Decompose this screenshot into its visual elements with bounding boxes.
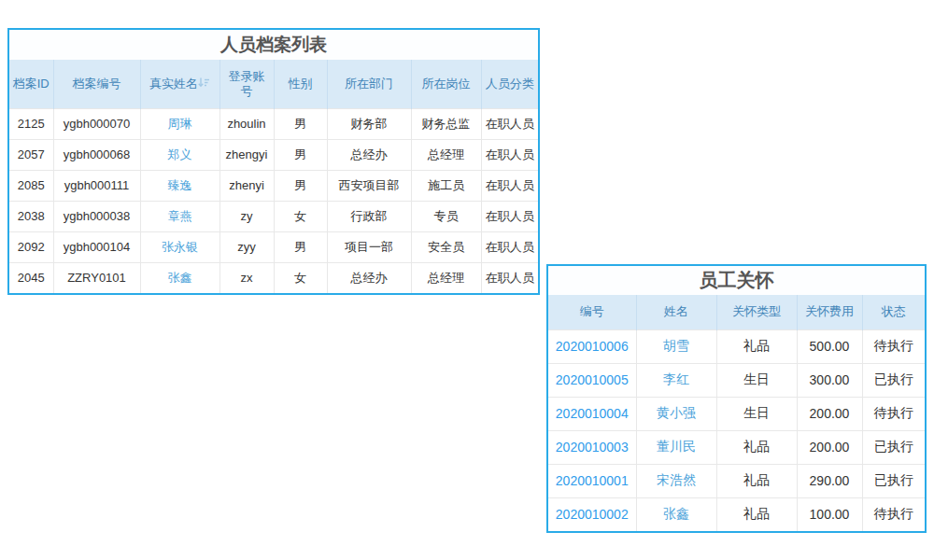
column-header-category: 人员分类 <box>481 60 538 108</box>
cell-care_fee: 200.00 <box>797 430 862 464</box>
cell-care_type: 礼品 <box>716 497 797 531</box>
cell-file_id: 2038 <box>9 201 53 231</box>
care-table-row: 2020010001宋浩然礼品290.00已执行 <box>548 464 925 497</box>
cell-file_no: ygbh000070 <box>53 108 140 139</box>
cell-file_no: ygbh000038 <box>53 201 140 231</box>
name-link[interactable]: 黄小强 <box>657 405 696 420</box>
cell-care_type: 生日 <box>716 397 797 430</box>
care_no-link[interactable]: 2020010006 <box>556 339 629 354</box>
cell-category: 在职人员 <box>481 231 538 262</box>
cell-status: 待执行 <box>862 329 925 363</box>
cell-care_fee: 100.00 <box>797 497 862 531</box>
cell-category: 在职人员 <box>481 170 538 201</box>
cell-care_fee: 500.00 <box>797 329 862 363</box>
real_name-link[interactable]: 臻逸 <box>168 178 192 192</box>
cell-department: 总经办 <box>327 262 411 293</box>
column-header-label: 关怀费用 <box>805 304 854 318</box>
cell-position: 安全员 <box>411 231 481 262</box>
real_name-link[interactable]: 郑义 <box>168 147 192 161</box>
cell-category: 在职人员 <box>481 139 538 170</box>
personnel-table-row: 2057ygbh000068郑义zhengyi男总经办总经理在职人员 <box>9 139 538 170</box>
cell-file_no: ygbh000068 <box>53 139 140 170</box>
column-header-file_no: 档案编号 <box>53 60 140 108</box>
cell-care_no: 2020010003 <box>548 430 636 464</box>
cell-login_account: zhengyi <box>219 139 274 170</box>
cell-login_account: zx <box>219 262 274 293</box>
cell-care_fee: 290.00 <box>797 464 862 497</box>
cell-real_name: 郑义 <box>140 139 219 170</box>
care-table-row: 2020010005李红生日300.00已执行 <box>548 363 925 397</box>
cell-care_fee: 300.00 <box>797 363 862 397</box>
cell-department: 财务部 <box>327 108 411 139</box>
cell-login_account: zyy <box>219 231 274 262</box>
real_name-link[interactable]: 章燕 <box>168 209 192 223</box>
cell-category: 在职人员 <box>481 262 538 293</box>
real_name-link[interactable]: 张鑫 <box>168 271 192 285</box>
cell-login_account: zhenyi <box>219 170 274 201</box>
cell-care_type: 礼品 <box>716 464 797 497</box>
cell-department: 行政部 <box>327 201 411 231</box>
column-header-label: 登录账号 <box>229 69 265 98</box>
name-link[interactable]: 李红 <box>663 371 689 386</box>
cell-gender: 女 <box>274 201 327 231</box>
cell-status: 已执行 <box>862 430 925 464</box>
cell-status: 已执行 <box>862 363 925 397</box>
care-table-row: 2020010004黄小强生日200.00待执行 <box>548 397 925 430</box>
cell-department: 项目一部 <box>327 231 411 262</box>
cell-care_type: 生日 <box>716 363 797 397</box>
column-header-label: 所在岗位 <box>422 77 471 91</box>
cell-position: 总经理 <box>411 262 481 293</box>
personnel-table-row: 2038ygbh000038章燕zy女行政部专员在职人员 <box>9 201 538 231</box>
cell-name: 宋浩然 <box>636 464 716 497</box>
cell-file_id: 2092 <box>9 231 53 262</box>
column-header-label: 性别 <box>289 77 313 91</box>
column-header-real_name[interactable]: 真实姓名 <box>140 60 219 108</box>
cell-care_no: 2020010004 <box>548 397 636 430</box>
cell-gender: 男 <box>274 231 327 262</box>
name-link[interactable]: 宋浩然 <box>657 472 696 487</box>
cell-real_name: 周琳 <box>140 108 219 139</box>
cell-file_id: 2125 <box>9 108 53 139</box>
care_no-link[interactable]: 2020010003 <box>556 440 629 455</box>
cell-real_name: 臻逸 <box>140 170 219 201</box>
personnel-header-row: 档案ID档案编号真实姓名登录账号性别所在部门所在岗位人员分类 <box>9 60 538 108</box>
column-header-label: 关怀类型 <box>732 304 781 318</box>
cell-department: 总经办 <box>327 139 411 170</box>
care-table-body: 2020010006胡雪礼品500.00待执行2020010005李红生日300… <box>548 329 925 531</box>
care_no-link[interactable]: 2020010005 <box>556 372 629 387</box>
cell-real_name: 张鑫 <box>140 262 219 293</box>
cell-category: 在职人员 <box>481 201 538 231</box>
real_name-link[interactable]: 张永银 <box>162 240 198 254</box>
column-header-position: 所在岗位 <box>411 60 481 108</box>
cell-care_type: 礼品 <box>716 430 797 464</box>
cell-status: 待执行 <box>862 497 925 531</box>
care-table: 编号姓名关怀类型关怀费用状态 2020010006胡雪礼品500.00待执行20… <box>548 295 925 531</box>
personnel-table-body: 2125ygbh000070周琳zhoulin男财务部财务总监在职人员2057y… <box>9 108 538 293</box>
care_no-link[interactable]: 2020010002 <box>556 507 629 522</box>
real_name-link[interactable]: 周琳 <box>168 117 192 131</box>
column-header-name: 姓名 <box>636 295 716 329</box>
cell-login_account: zy <box>219 201 274 231</box>
name-link[interactable]: 张鑫 <box>663 506 689 521</box>
cell-position: 施工员 <box>411 170 481 201</box>
name-link[interactable]: 董川民 <box>657 439 696 454</box>
care_no-link[interactable]: 2020010001 <box>556 473 629 488</box>
cell-care_no: 2020010006 <box>548 329 636 363</box>
cell-gender: 男 <box>274 108 327 139</box>
personnel-table-head: 档案ID档案编号真实姓名登录账号性别所在部门所在岗位人员分类 <box>9 60 538 108</box>
column-header-label: 档案ID <box>13 77 50 91</box>
cell-real_name: 章燕 <box>140 201 219 231</box>
column-header-care_fee: 关怀费用 <box>797 295 862 329</box>
cell-care_fee: 200.00 <box>797 397 862 430</box>
cell-status: 已执行 <box>862 464 925 497</box>
cell-care_no: 2020010002 <box>548 497 636 531</box>
cell-name: 李红 <box>636 363 716 397</box>
cell-file_no: ygbh000104 <box>53 231 140 262</box>
name-link[interactable]: 胡雪 <box>663 338 689 353</box>
cell-file_id: 2057 <box>9 139 53 170</box>
cell-position: 总经理 <box>411 139 481 170</box>
cell-care_no: 2020010001 <box>548 464 636 497</box>
cell-gender: 女 <box>274 262 327 293</box>
personnel-table-row: 2085ygbh000111臻逸zhenyi男西安项目部施工员在职人员 <box>9 170 538 201</box>
care_no-link[interactable]: 2020010004 <box>556 406 629 421</box>
